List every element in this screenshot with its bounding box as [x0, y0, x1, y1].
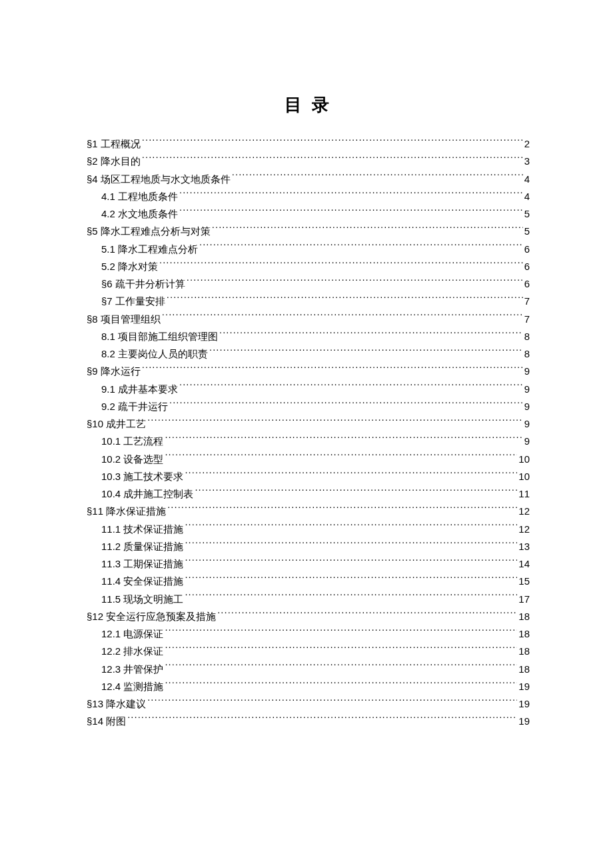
toc-entry-leader: [185, 557, 517, 567]
toc-entry-label: §4 场区工程地质与水文地质条件: [87, 171, 231, 188]
toc-entry-page: 6: [524, 241, 530, 258]
toc-entry[interactable]: 8.1 项目部施工组织管理图8: [87, 328, 530, 345]
toc-entry[interactable]: 10.2 设备选型10: [87, 451, 530, 468]
toc-entry-page: 17: [518, 591, 530, 608]
toc-entry-leader: [142, 155, 523, 165]
toc-entry-label: 8.1 项目部施工组织管理图: [101, 328, 218, 345]
toc-entry[interactable]: §10 成井工艺9: [87, 415, 530, 433]
toc-entry[interactable]: §9 降水运行9: [87, 363, 530, 380]
toc-entry[interactable]: §4 场区工程地质与水文地质条件4: [87, 171, 530, 188]
toc-entry-page: 15: [518, 573, 530, 590]
toc-entry[interactable]: 9.2 疏干井运行9: [87, 398, 530, 415]
toc-entry[interactable]: 11.1 技术保证措施12: [87, 521, 530, 538]
toc-entry[interactable]: 11.5 现场文明施工17: [87, 591, 530, 608]
toc-entry-leader: [165, 663, 517, 673]
toc-entry[interactable]: 4.1 工程地质条件4: [87, 188, 530, 205]
toc-entry[interactable]: 12.4 监测措施19: [87, 678, 530, 695]
toc-entry[interactable]: 12.2 排水保证18: [87, 643, 530, 660]
toc-entry-label: 11.4 安全保证措施: [101, 573, 183, 590]
toc-entry[interactable]: 11.2 质量保证措施13: [87, 538, 530, 555]
toc-entry-page: 18: [518, 625, 530, 643]
toc-entry[interactable]: 8.2 主要岗位人员的职责8: [87, 345, 530, 363]
toc-entry[interactable]: §5 降水工程难点分析与对策5: [87, 223, 530, 240]
toc-entry-page: 18: [518, 643, 530, 660]
toc-entry[interactable]: §7 工作量安排7: [87, 293, 530, 310]
toc-entry-label: 4.2 水文地质条件: [101, 205, 178, 223]
toc-entry-page: 3: [524, 153, 530, 170]
toc-entry-label: §9 降水运行: [87, 363, 141, 380]
toc-entry-page: 9: [524, 398, 530, 415]
toc-entry[interactable]: §14 附图19: [87, 713, 530, 730]
toc-entry-page: 13: [518, 538, 530, 555]
toc-entry[interactable]: 5.1 降水工程难点分析6: [87, 241, 530, 258]
toc-entry-leader: [185, 593, 517, 603]
table-of-contents: §1 工程概况2§2 降水目的3§4 场区工程地质与水文地质条件44.1 工程地…: [87, 135, 530, 731]
toc-entry[interactable]: 10.1 工艺流程9: [87, 433, 530, 450]
toc-entry-page: 11: [518, 485, 530, 503]
toc-entry[interactable]: §8 项目管理组织7: [87, 311, 530, 328]
toc-entry[interactable]: §1 工程概况2: [87, 135, 530, 153]
toc-entry-leader: [185, 523, 517, 533]
toc-entry-label: 8.2 主要岗位人员的职责: [101, 345, 208, 363]
toc-entry-leader: [159, 260, 523, 270]
toc-entry-label: §14 附图: [87, 713, 126, 730]
toc-entry-page: 9: [524, 363, 530, 380]
toc-entry-label: §5 降水工程难点分析与对策: [87, 223, 211, 240]
toc-entry[interactable]: §12 安全运行应急预案及措施18: [87, 608, 530, 625]
toc-entry-page: 2: [524, 135, 530, 153]
toc-entry-label: §6 疏干井分析计算: [101, 275, 185, 293]
toc-entry-leader: [165, 680, 517, 690]
toc-entry[interactable]: 4.2 水文地质条件5: [87, 205, 530, 223]
toc-entry-leader: [147, 697, 517, 707]
toc-entry-label: 5.2 降水对策: [101, 258, 158, 275]
toc-entry-label: §1 工程概况: [87, 135, 141, 153]
toc-entry-leader: [185, 575, 517, 585]
toc-entry-label: 10.3 施工技术要求: [101, 468, 183, 485]
toc-entry[interactable]: 12.3 井管保护18: [87, 661, 530, 678]
toc-entry-leader: [185, 540, 517, 550]
toc-entry[interactable]: §2 降水目的3: [87, 153, 530, 170]
toc-entry-page: 10: [518, 468, 530, 485]
toc-entry-label: 11.5 现场文明施工: [101, 591, 183, 608]
toc-entry-label: 9.1 成井基本要求: [101, 381, 178, 398]
toc-entry-page: 6: [524, 258, 530, 275]
toc-entry-page: 19: [518, 695, 530, 713]
toc-entry-leader: [217, 610, 517, 620]
toc-entry-label: 12.1 电源保证: [101, 625, 163, 643]
toc-entry[interactable]: 12.1 电源保证18: [87, 625, 530, 643]
toc-entry[interactable]: 11.3 工期保证措施14: [87, 555, 530, 573]
toc-entry-label: §12 安全运行应急预案及措施: [87, 608, 216, 625]
toc-entry-leader: [165, 645, 517, 655]
toc-entry[interactable]: 10.3 施工技术要求10: [87, 468, 530, 485]
toc-entry[interactable]: §11 降水保证措施12: [87, 503, 530, 520]
toc-entry-leader: [165, 627, 517, 637]
toc-entry-label: §2 降水目的: [87, 153, 141, 170]
toc-entry-leader: [209, 347, 523, 357]
toc-entry-leader: [165, 435, 522, 445]
toc-entry-page: 7: [524, 311, 530, 328]
toc-entry-label: 12.2 排水保证: [101, 643, 163, 660]
toc-entry-page: 10: [518, 451, 530, 468]
toc-entry-label: 10.1 工艺流程: [101, 433, 163, 450]
toc-entry-label: 11.3 工期保证措施: [101, 555, 183, 573]
toc-entry-page: 9: [524, 433, 530, 450]
toc-entry[interactable]: §6 疏干井分析计算6: [87, 275, 530, 293]
toc-entry-page: 5: [524, 205, 530, 223]
toc-entry-label: 10.4 成井施工控制表: [101, 485, 193, 503]
toc-entry-label: 11.1 技术保证措施: [101, 521, 183, 538]
toc-entry-label: 4.1 工程地质条件: [101, 188, 178, 205]
toc-entry[interactable]: 11.4 安全保证措施15: [87, 573, 530, 590]
toc-entry-page: 9: [524, 381, 530, 398]
toc-entry-label: 11.2 质量保证措施: [101, 538, 183, 555]
toc-entry-leader: [179, 207, 523, 217]
toc-entry-leader: [167, 505, 517, 515]
toc-entry-label: §7 工作量安排: [101, 293, 165, 310]
toc-entry-label: 5.1 降水工程难点分析: [101, 241, 198, 258]
toc-entry[interactable]: §13 降水建议19: [87, 695, 530, 713]
toc-entry[interactable]: 10.4 成井施工控制表11: [87, 485, 530, 503]
toc-entry[interactable]: 9.1 成井基本要求9: [87, 381, 530, 398]
toc-entry-label: §8 项目管理组织: [87, 311, 161, 328]
toc-entry[interactable]: 5.2 降水对策6: [87, 258, 530, 275]
toc-entry-page: 7: [524, 293, 530, 310]
toc-entry-page: 5: [524, 223, 530, 240]
